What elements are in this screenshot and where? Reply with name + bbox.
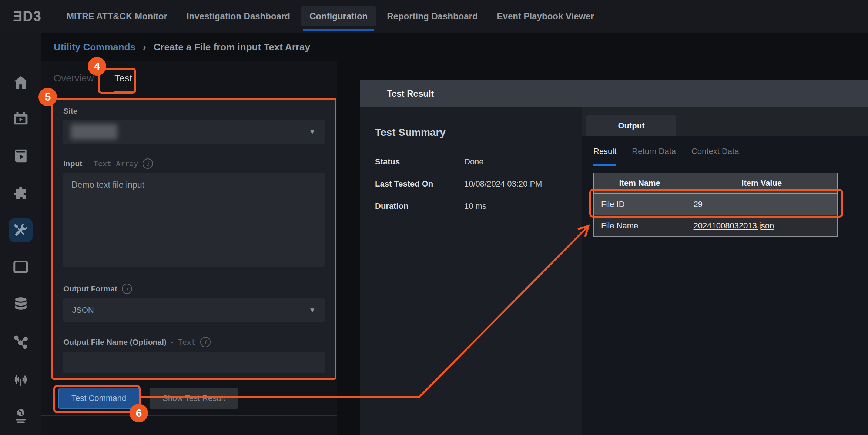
tools-icon xyxy=(12,222,29,239)
input-textarea[interactable]: Demo text file input xyxy=(63,173,325,267)
test-result-panel: Test Result Test Summary Status Done Las… xyxy=(360,80,868,435)
summary-row-status: Status Done xyxy=(375,157,582,167)
breadcrumb-parent-link[interactable]: Utility Commands xyxy=(54,41,135,53)
input-type-hint: Text Array xyxy=(94,159,138,168)
sidebar-item-link-analysis[interactable] xyxy=(9,331,33,354)
last-tested-value: 10/08/2024 03:20 PM xyxy=(464,179,542,189)
tab-output[interactable]: Output xyxy=(586,115,676,136)
output-tab-strip: Output xyxy=(582,107,868,136)
sidebar-item-geo-feed[interactable] xyxy=(9,404,33,428)
nav-item-reporting-dashboard[interactable]: Reporting Dashboard xyxy=(378,6,486,26)
sidebar-item-utility-commands[interactable] xyxy=(9,218,33,242)
status-label: Status xyxy=(375,157,464,167)
result-table: Item Name Item Value File ID 29 File Nam… xyxy=(593,173,838,237)
output-format-value: JSON xyxy=(72,305,94,315)
calendar-play-icon xyxy=(12,110,29,127)
file-name-name-cell: File Name xyxy=(594,215,686,237)
subtab-result[interactable]: Result xyxy=(593,147,616,166)
output-file-name-label: Output File Name (Optional) xyxy=(63,338,167,347)
chevron-down-icon: ▼ xyxy=(309,128,316,136)
test-summary-title: Test Summary xyxy=(375,127,582,138)
puzzle-icon xyxy=(12,185,29,202)
d3-logo[interactable]: ƎD3 xyxy=(13,9,41,24)
file-id-name-cell: File ID xyxy=(594,194,686,215)
sidebar-item-data-management[interactable] xyxy=(9,292,33,316)
sidebar-item-schedule[interactable] xyxy=(9,255,33,279)
type-separator: - xyxy=(171,338,174,347)
test-parameters-form: Site ▼ Input - Text Array i Demo text fi… xyxy=(53,99,335,378)
nav-item-event-playbook-viewer[interactable]: Event Playbook Viewer xyxy=(488,6,603,26)
test-command-button[interactable]: Test Command xyxy=(58,388,139,409)
site-select[interactable]: ▼ xyxy=(63,120,325,144)
sidebar-item-integrations[interactable] xyxy=(9,181,33,205)
test-summary: Test Summary Status Done Last Tested On … xyxy=(360,107,582,435)
nav-item-mitre-attack-monitor[interactable]: MITRE ATT&CK Monitor xyxy=(58,6,176,26)
test-result-body: Test Summary Status Done Last Tested On … xyxy=(360,107,868,435)
output-format-label: Output Format xyxy=(63,284,117,293)
tab-overview[interactable]: Overview xyxy=(54,73,94,93)
home-icon xyxy=(12,74,29,91)
redacted-site-value xyxy=(71,124,117,140)
duration-label: Duration xyxy=(375,201,464,211)
input-label: Input xyxy=(63,159,82,168)
table-row-file-id: File ID 29 xyxy=(594,194,838,215)
command-detail-panel: Overview Test Site ▼ Input - Text Array … xyxy=(41,61,337,435)
output-file-name-info-icon[interactable]: i xyxy=(200,337,211,347)
site-label: Site xyxy=(63,107,78,116)
show-test-result-button[interactable]: Show Test Result xyxy=(150,388,238,409)
table-row-file-name: File Name 20241008032013.json xyxy=(594,215,838,237)
header-item-value: Item Value xyxy=(686,173,838,194)
sidebar-item-home[interactable] xyxy=(9,71,33,94)
header-item-name: Item Name xyxy=(594,173,686,194)
output-file-name-input[interactable] xyxy=(63,352,325,373)
book-play-icon xyxy=(12,147,29,164)
sidebar-item-broadcast[interactable] xyxy=(9,368,33,391)
page-title: Create a File from input Text Array xyxy=(154,41,310,53)
last-tested-label: Last Tested On xyxy=(375,179,464,189)
top-nav: ƎD3 MITRE ATT&CK Monitor Investigation D… xyxy=(0,0,868,33)
test-result-title: Test Result xyxy=(387,88,434,99)
output-section: Output Result Return Data Context Data I… xyxy=(582,107,868,435)
duration-value: 10 ms xyxy=(464,201,486,211)
globe-lines-icon xyxy=(12,408,29,425)
left-icon-sidebar xyxy=(0,33,41,435)
calendar-icon xyxy=(12,258,29,275)
app-window: ƎD3 MITRE ATT&CK Monitor Investigation D… xyxy=(0,0,868,435)
subtab-return-data[interactable]: Return Data xyxy=(632,147,676,166)
output-format-select[interactable]: JSON ▼ xyxy=(63,298,325,322)
breadcrumb-separator-icon: › xyxy=(143,41,146,53)
nav-item-configuration[interactable]: Configuration xyxy=(301,6,376,26)
sidebar-item-playbook-library[interactable] xyxy=(9,144,33,168)
sidebar-item-event-playbook[interactable] xyxy=(9,107,33,131)
panel-divider xyxy=(41,415,337,416)
command-tabs: Overview Test xyxy=(54,73,132,93)
status-value: Done xyxy=(464,157,484,167)
top-nav-items: MITRE ATT&CK Monitor Investigation Dashb… xyxy=(57,0,604,33)
tab-test[interactable]: Test xyxy=(114,73,132,93)
table-header-row: Item Name Item Value xyxy=(594,173,838,194)
file-download-link[interactable]: 20241008032013.json xyxy=(694,221,774,230)
output-file-name-type-hint: Text xyxy=(178,338,196,347)
network-nodes-icon xyxy=(12,334,29,351)
subtab-context-data[interactable]: Context Data xyxy=(691,147,739,166)
output-format-info-icon[interactable]: i xyxy=(122,284,132,294)
breadcrumb: Utility Commands › Create a File from in… xyxy=(54,33,310,61)
nav-item-investigation-dashboard[interactable]: Investigation Dashboard xyxy=(178,6,299,26)
test-result-header: Test Result xyxy=(360,80,868,107)
file-name-value-cell: 20241008032013.json xyxy=(686,215,838,237)
summary-row-last-tested: Last Tested On 10/08/2024 03:20 PM xyxy=(375,179,582,189)
type-separator: - xyxy=(87,160,89,168)
summary-row-duration: Duration 10 ms xyxy=(375,201,582,211)
antenna-broadcast-icon xyxy=(12,371,29,388)
output-subtabs: Result Return Data Context Data xyxy=(593,147,739,166)
input-info-icon[interactable]: i xyxy=(143,158,153,169)
chevron-down-icon: ▼ xyxy=(309,306,316,314)
file-id-value-cell: 29 xyxy=(686,194,838,215)
database-icon xyxy=(12,295,29,312)
